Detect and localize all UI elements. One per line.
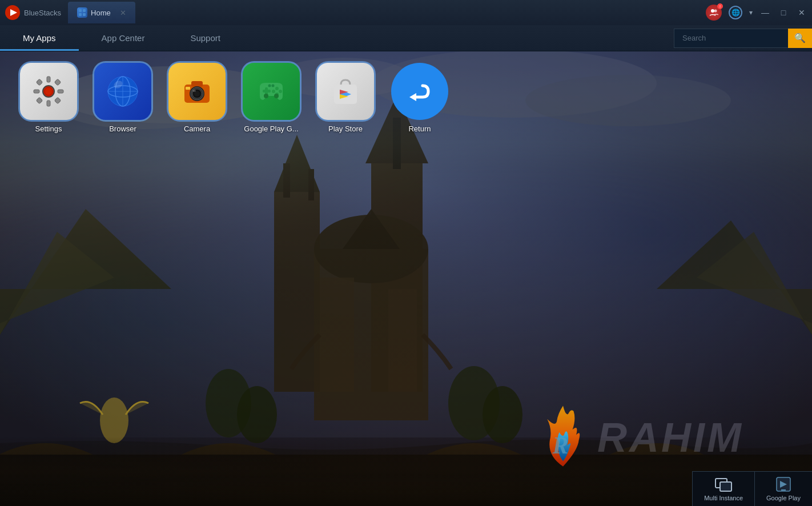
tab-my-apps[interactable]: My Apps xyxy=(0,25,79,51)
minimize-button[interactable]: — xyxy=(759,7,771,18)
play-store-label: Play Store xyxy=(328,125,363,133)
home-icon xyxy=(78,9,86,17)
tab-support[interactable]: Support xyxy=(167,25,243,51)
svg-rect-24 xyxy=(308,169,314,200)
dropdown-icon[interactable]: ▾ xyxy=(749,9,753,17)
camera-icon-border xyxy=(167,61,227,122)
return-arrow-icon xyxy=(403,74,437,109)
svg-point-7 xyxy=(714,10,717,13)
bottom-bar: Multi Instance Google Play xyxy=(692,471,812,506)
app-play-store[interactable]: Play Store xyxy=(314,63,377,133)
browser-icon-wrap xyxy=(94,63,151,120)
gamepad-icon-border xyxy=(241,61,302,122)
settings-label: Settings xyxy=(35,125,62,133)
svg-point-38 xyxy=(100,397,128,443)
watermark-flame-icon: R xyxy=(534,403,592,472)
accounts-people-icon xyxy=(709,8,718,17)
apps-grid: Settings Browser xyxy=(17,63,451,133)
search-input[interactable] xyxy=(674,29,788,48)
svg-rect-23 xyxy=(283,163,290,198)
search-area: 🔍 xyxy=(674,25,812,51)
svg-rect-32 xyxy=(388,289,417,392)
tab-home-label: Home xyxy=(91,9,111,17)
multi-instance-svg-icon xyxy=(714,476,733,492)
title-bar: BlueStacks Home ✕ 🌐 ▾ — □ ✕ xyxy=(0,0,812,25)
google-play-icon xyxy=(774,476,793,492)
svg-point-36 xyxy=(483,386,522,443)
app-google-play-games[interactable]: Google Play G... xyxy=(240,63,303,133)
watermark-text: RAHIM xyxy=(597,414,743,461)
nav-bar: My Apps App Center Support 🔍 xyxy=(0,25,812,51)
multi-instance-button[interactable]: Multi Instance xyxy=(692,472,754,506)
google-play-games-label: Google Play G... xyxy=(244,125,298,133)
app-logo: BlueStacks xyxy=(5,5,61,21)
accounts-icon[interactable] xyxy=(706,5,722,21)
close-tab-icon[interactable]: ✕ xyxy=(120,9,126,17)
svg-marker-81 xyxy=(409,93,416,101)
svg-rect-5 xyxy=(83,13,86,16)
google-play-button[interactable]: Google Play xyxy=(754,472,812,506)
window-controls: 🌐 ▾ — □ ✕ xyxy=(706,5,807,21)
multi-instance-icon xyxy=(714,476,733,492)
multi-instance-label: Multi Instance xyxy=(704,495,743,501)
watermark: R RAHIM xyxy=(534,403,743,472)
svg-rect-2 xyxy=(79,9,82,12)
app-return[interactable]: Return xyxy=(388,63,451,133)
google-play-label: Google Play xyxy=(766,495,801,501)
globe-icon[interactable]: 🌐 xyxy=(729,6,742,19)
search-input-wrap: 🔍 xyxy=(674,29,812,48)
return-label: Return xyxy=(408,125,431,133)
camera-icon-wrap xyxy=(168,63,226,120)
gamepad-icon-wrap xyxy=(243,63,300,120)
app-browser[interactable]: Browser xyxy=(91,63,154,133)
svg-rect-84 xyxy=(720,482,731,491)
search-button[interactable]: 🔍 xyxy=(788,29,812,48)
tab-app-center[interactable]: App Center xyxy=(79,25,168,51)
browser-icon-border xyxy=(93,61,153,122)
svg-text:R: R xyxy=(552,432,569,459)
maximize-button[interactable]: □ xyxy=(778,7,789,18)
svg-rect-31 xyxy=(320,278,354,392)
app-settings[interactable]: Settings xyxy=(17,63,80,133)
svg-rect-3 xyxy=(83,9,86,12)
camera-label: Camera xyxy=(184,125,210,133)
bluestacks-logo-icon xyxy=(5,5,21,21)
main-content: Settings Browser xyxy=(0,51,812,506)
browser-label: Browser xyxy=(109,125,136,133)
app-name: BlueStacks xyxy=(24,9,61,17)
return-icon-wrap xyxy=(391,63,448,120)
svg-point-12 xyxy=(525,75,731,126)
svg-point-34 xyxy=(237,386,277,443)
google-play-svg-icon xyxy=(775,476,791,492)
svg-point-6 xyxy=(711,9,714,13)
svg-rect-4 xyxy=(79,13,82,16)
playstore-icon-wrap xyxy=(317,63,374,120)
home-tab-icon xyxy=(77,7,87,18)
settings-icon-wrap xyxy=(20,63,77,120)
playstore-icon-border xyxy=(315,61,376,122)
close-button[interactable]: ✕ xyxy=(796,7,807,18)
title-tab-home[interactable]: Home ✕ xyxy=(68,2,135,23)
app-camera[interactable]: Camera xyxy=(166,63,228,133)
settings-icon-border xyxy=(18,61,79,122)
